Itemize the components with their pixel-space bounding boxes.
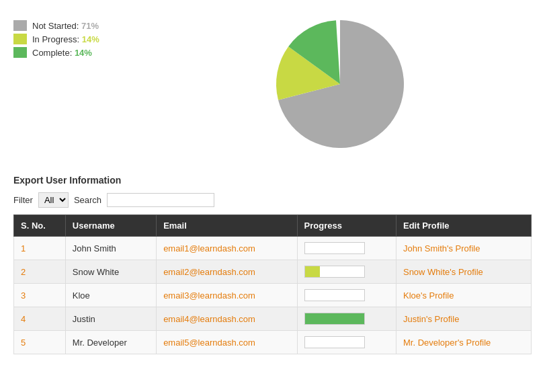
cell-edit-profile: Mr. Developer's Profile [396,331,531,354]
cell-email: email5@learndash.com [157,331,297,354]
legend-label-not_started: Not Started: 71% [32,21,99,31]
table-row: 1John Smithemail1@learndash.comJohn Smit… [14,237,532,260]
export-title: Export User Information [13,175,532,186]
cell-email: email4@learndash.com [157,307,297,331]
progress-bar-fill [305,313,364,324]
cell-edit-profile: John Smith's Profile [396,237,531,260]
cell-username: John Smith [65,237,156,260]
col-email: Email [157,215,297,237]
legend-label-complete: Complete: 14% [32,48,92,58]
cell-username: Mr. Developer [65,331,156,354]
filter-label: Filter [13,195,33,205]
col-sno: S. No. [14,215,66,237]
cell-progress [297,260,396,284]
progress-bar-container [304,336,365,348]
progress-bar-container [304,313,365,325]
cell-username: Justin [65,307,156,331]
export-section: Export User Information Filter All Searc… [13,175,532,354]
table-row: 3Kloeemail3@learndash.comKloe's Profile [14,284,532,307]
legend-item-in_progress: In Progress: 14% [13,34,148,44]
col-edit-profile: Edit Profile [396,215,531,237]
legend-color-in_progress [13,34,27,44]
cell-edit-profile: Kloe's Profile [396,284,531,307]
cell-email: email1@learndash.com [157,237,297,260]
cell-sno: 1 [14,237,66,260]
pie-chart [148,13,532,155]
profile-link[interactable]: Justin's Profile [403,314,459,324]
email-link[interactable]: email1@learndash.com [163,243,255,253]
cell-progress [297,284,396,307]
filter-select[interactable]: All [38,192,69,208]
cell-sno: 3 [14,284,66,307]
profile-link[interactable]: Mr. Developer's Profile [403,338,491,348]
legend-color-complete [13,47,27,58]
cell-edit-profile: Justin's Profile [396,307,531,331]
legend-color-not_started [13,20,27,31]
email-link[interactable]: email5@learndash.com [163,338,255,348]
email-link[interactable]: email2@learndash.com [163,267,255,277]
cell-username: Kloe [65,284,156,307]
cell-edit-profile: Snow White's Profile [396,260,531,284]
progress-bar-container [304,242,365,254]
table-header-row: S. No. Username Email Progress Edit Prof… [14,215,532,237]
table-row: 4Justinemail4@learndash.comJustin's Prof… [14,307,532,331]
profile-link[interactable]: Snow White's Profile [403,267,483,277]
progress-bar-container [304,289,365,301]
table-body: 1John Smithemail1@learndash.comJohn Smit… [14,237,532,354]
cell-email: email3@learndash.com [157,284,297,307]
cell-sno: 4 [14,307,66,331]
table-row: 2Snow Whiteemail2@learndash.comSnow Whit… [14,260,532,284]
col-progress: Progress [297,215,396,237]
search-input[interactable] [107,193,214,207]
search-label: Search [74,195,101,205]
email-link[interactable]: email3@learndash.com [163,290,255,301]
email-link[interactable]: email4@learndash.com [163,314,255,324]
cell-email: email2@learndash.com [157,260,297,284]
cell-progress [297,307,396,331]
cell-username: Snow White [65,260,156,284]
profile-link[interactable]: John Smith's Profile [403,243,480,253]
filter-row: Filter All Search [13,192,532,208]
cell-progress [297,331,396,354]
cell-sno: 5 [14,331,66,354]
users-table: S. No. Username Email Progress Edit Prof… [13,214,532,354]
cell-progress [297,237,396,260]
legend-item-complete: Complete: 14% [13,47,148,58]
profile-link[interactable]: Kloe's Profile [403,290,454,301]
legend-label-in_progress: In Progress: 14% [32,34,99,44]
pie-chart-svg [259,13,421,155]
progress-bar-container [304,266,365,278]
table-row: 5Mr. Developeremail5@learndash.comMr. De… [14,331,532,354]
progress-bar-fill [305,266,320,277]
chart-legend: Not Started: 71%In Progress: 14%Complete… [13,13,148,61]
legend-item-not_started: Not Started: 71% [13,20,148,31]
cell-sno: 2 [14,260,66,284]
col-username: Username [65,215,156,237]
